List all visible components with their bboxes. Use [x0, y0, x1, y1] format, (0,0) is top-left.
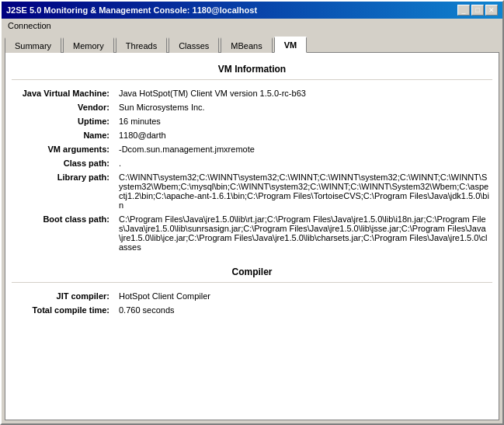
window-title: J2SE 5.0 Monitoring & Management Console…	[6, 5, 257, 15]
table-row: VM arguments: -Dcom.sun.management.jmxre…	[12, 142, 492, 156]
field-value-vmargs: -Dcom.sun.management.jmxremote	[113, 142, 492, 156]
field-value-compile-time: 0.760 seconds	[113, 303, 492, 317]
main-window: J2SE 5.0 Monitoring & Management Console…	[0, 0, 504, 425]
tab-vm[interactable]: VM	[274, 37, 308, 53]
field-value-jit: HotSpot Client Compiler	[113, 289, 492, 303]
field-label-vmargs: VM arguments:	[12, 142, 113, 156]
menu-bar: Connection	[2, 19, 502, 33]
field-value-uptime: 16 minutes	[113, 114, 492, 128]
field-value-libpath: C:\WINNT\system32;C:\WINNT\system32;C:\W…	[113, 170, 492, 212]
tab-memory[interactable]: Memory	[63, 37, 114, 53]
field-value-name: 1180@darth	[113, 128, 492, 142]
field-value-vendor: Sun Microsystems Inc.	[113, 100, 492, 114]
window-controls: _ □ ✕	[457, 5, 498, 16]
tab-mbeans[interactable]: MBeans	[221, 37, 272, 53]
table-row: Class path: .	[12, 156, 492, 170]
table-row: Vendor: Sun Microsystems Inc.	[12, 100, 492, 114]
field-label-uptime: Uptime:	[12, 114, 113, 128]
table-row: Library path: C:\WINNT\system32;C:\WINNT…	[12, 170, 492, 212]
table-row: JIT compiler: HotSpot Client Compiler	[12, 289, 492, 303]
tabs-bar: Summary Memory Threads Classes MBeans VM	[2, 33, 502, 52]
connection-menu[interactable]: Connection	[5, 20, 54, 31]
field-label-classpath: Class path:	[12, 156, 113, 170]
vm-info-title: VM Information	[12, 59, 492, 80]
maximize-button[interactable]: □	[471, 5, 484, 16]
field-label-libpath: Library path:	[12, 170, 113, 212]
minimize-button[interactable]: _	[457, 5, 470, 16]
table-row: Java Virtual Machine: Java HotSpot(TM) C…	[12, 86, 492, 100]
field-label-jvm: Java Virtual Machine:	[12, 86, 113, 100]
compiler-title: Compiler	[12, 262, 492, 283]
content-area: VM Information Java Virtual Machine: Jav…	[5, 52, 499, 420]
tab-threads[interactable]: Threads	[116, 37, 167, 53]
tab-summary[interactable]: Summary	[5, 37, 61, 53]
close-button[interactable]: ✕	[485, 5, 498, 16]
compiler-table: JIT compiler: HotSpot Client Compiler To…	[12, 289, 492, 317]
field-value-bootpath: C:\Program Files\Java\jre1.5.0\lib\rt.ja…	[113, 212, 492, 254]
field-label-jit: JIT compiler:	[12, 289, 113, 303]
field-label-name: Name:	[12, 128, 113, 142]
title-bar: J2SE 5.0 Monitoring & Management Console…	[2, 2, 502, 19]
tab-classes[interactable]: Classes	[169, 37, 219, 53]
field-label-bootpath: Boot class path:	[12, 212, 113, 254]
field-label-vendor: Vendor:	[12, 100, 113, 114]
table-row: Boot class path: C:\Program Files\Java\j…	[12, 212, 492, 254]
table-row: Total compile time: 0.760 seconds	[12, 303, 492, 317]
field-value-classpath: .	[113, 156, 492, 170]
field-label-compile-time: Total compile time:	[12, 303, 113, 317]
table-row: Uptime: 16 minutes	[12, 114, 492, 128]
compiler-section: Compiler JIT compiler: HotSpot Client Co…	[12, 262, 492, 317]
scroll-container[interactable]: VM Information Java Virtual Machine: Jav…	[5, 53, 499, 420]
vm-info-table: Java Virtual Machine: Java HotSpot(TM) C…	[12, 86, 492, 254]
table-row: Name: 1180@darth	[12, 128, 492, 142]
field-value-jvm: Java HotSpot(TM) Client VM version 1.5.0…	[113, 86, 492, 100]
